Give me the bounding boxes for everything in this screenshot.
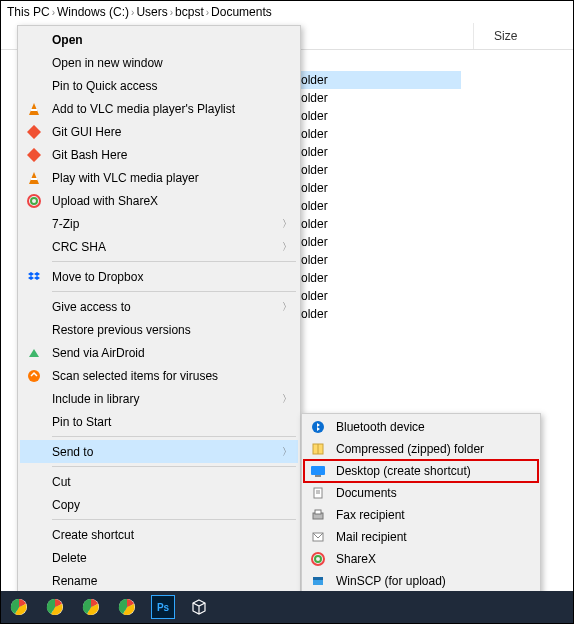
- sendto-mail[interactable]: Mail recipient: [304, 526, 538, 548]
- chrome-icon[interactable]: [79, 595, 103, 619]
- sendto-sharex[interactable]: ShareX: [304, 548, 538, 570]
- list-item[interactable]: older: [301, 107, 461, 125]
- menu-rename[interactable]: Rename: [20, 569, 298, 592]
- chrome-icon[interactable]: [43, 595, 67, 619]
- menu-label: Documents: [336, 486, 397, 500]
- chevron-right-icon: 〉: [282, 240, 292, 254]
- list-item[interactable]: older: [301, 125, 461, 143]
- menu-label: Add to VLC media player's Playlist: [52, 102, 292, 116]
- breadcrumb[interactable]: This PC› Windows (C:)› Users› bcpst› Doc…: [1, 1, 573, 23]
- svg-point-6: [28, 195, 40, 207]
- sendto-compressed[interactable]: Compressed (zipped) folder: [304, 438, 538, 460]
- list-item[interactable]: older: [301, 71, 461, 89]
- sendto-desktop[interactable]: Desktop (create shortcut): [304, 460, 538, 482]
- chrome-icon[interactable]: [115, 595, 139, 619]
- vlc-icon: [24, 101, 44, 117]
- chrome-icon[interactable]: [7, 595, 31, 619]
- menu-git-bash[interactable]: Git Bash Here: [20, 143, 298, 166]
- menu-label: Git Bash Here: [52, 148, 292, 162]
- chevron-right-icon: ›: [52, 7, 55, 18]
- svg-rect-22: [315, 510, 321, 514]
- menu-label: Fax recipient: [336, 508, 405, 522]
- sendto-winscp[interactable]: WinSCP (for upload): [304, 570, 538, 592]
- sendto-bluetooth[interactable]: Bluetooth device: [304, 416, 538, 438]
- menu-label: Compressed (zipped) folder: [336, 442, 484, 456]
- menu-label: Include in library: [52, 392, 282, 406]
- menu-label: CRC SHA: [52, 240, 282, 254]
- breadcrumb-item[interactable]: Windows (C:): [57, 5, 129, 19]
- svg-point-13: [312, 421, 324, 433]
- menu-label: Create shortcut: [52, 528, 292, 542]
- breadcrumb-item[interactable]: Users: [136, 5, 167, 19]
- svg-marker-8: [28, 272, 34, 276]
- airdroid-icon: [24, 345, 44, 361]
- sendto-fax[interactable]: Fax recipient: [304, 504, 538, 526]
- menu-pin-quick-access[interactable]: Pin to Quick access: [20, 74, 298, 97]
- send-to-submenu: Bluetooth device Compressed (zipped) fol…: [301, 413, 541, 617]
- chevron-right-icon: 〉: [282, 392, 292, 406]
- cube-icon[interactable]: [187, 595, 211, 619]
- menu-label: Send to: [52, 445, 282, 459]
- winscp-icon: [308, 573, 328, 589]
- chevron-right-icon: ›: [170, 7, 173, 18]
- menu-pin-start[interactable]: Pin to Start: [20, 410, 298, 433]
- menu-label: Upload with ShareX: [52, 194, 292, 208]
- separator: [52, 466, 296, 467]
- menu-label: Cut: [52, 475, 292, 489]
- vlc-icon: [24, 170, 44, 186]
- list-item[interactable]: older: [301, 161, 461, 179]
- list-item[interactable]: older: [301, 305, 461, 323]
- menu-open[interactable]: Open: [20, 28, 298, 51]
- menu-dropbox[interactable]: Move to Dropbox: [20, 265, 298, 288]
- menu-label: Bluetooth device: [336, 420, 425, 434]
- menu-label: Rename: [52, 574, 292, 588]
- separator: [52, 261, 296, 262]
- list-item[interactable]: older: [301, 233, 461, 251]
- menu-cut[interactable]: Cut: [20, 470, 298, 493]
- sendto-documents[interactable]: Documents: [304, 482, 538, 504]
- documents-icon: [308, 485, 328, 501]
- menu-restore-versions[interactable]: Restore previous versions: [20, 318, 298, 341]
- menu-give-access[interactable]: Give access to〉: [20, 295, 298, 318]
- list-item[interactable]: older: [301, 179, 461, 197]
- desktop-icon: [308, 463, 328, 479]
- breadcrumb-item[interactable]: Documents: [211, 5, 272, 19]
- svg-marker-11: [34, 276, 40, 280]
- menu-7zip[interactable]: 7-Zip〉: [20, 212, 298, 235]
- menu-open-new-window[interactable]: Open in new window: [20, 51, 298, 74]
- menu-send-to[interactable]: Send to〉: [20, 440, 298, 463]
- menu-delete[interactable]: Delete: [20, 546, 298, 569]
- mail-icon: [308, 529, 328, 545]
- menu-copy[interactable]: Copy: [20, 493, 298, 516]
- menu-label: Give access to: [52, 300, 282, 314]
- list-item[interactable]: older: [301, 197, 461, 215]
- svg-marker-10: [28, 276, 34, 280]
- menu-create-shortcut[interactable]: Create shortcut: [20, 523, 298, 546]
- menu-vlc-playlist[interactable]: Add to VLC media player's Playlist: [20, 97, 298, 120]
- avast-icon: [24, 368, 44, 384]
- breadcrumb-item[interactable]: bcpst: [175, 5, 204, 19]
- breadcrumb-item[interactable]: This PC: [7, 5, 50, 19]
- list-item[interactable]: older: [301, 251, 461, 269]
- list-item[interactable]: older: [301, 215, 461, 233]
- svg-point-24: [312, 553, 324, 565]
- column-size[interactable]: Size: [473, 23, 573, 49]
- svg-rect-16: [311, 466, 325, 475]
- list-item[interactable]: older: [301, 143, 461, 161]
- menu-label: Desktop (create shortcut): [336, 464, 471, 478]
- list-item[interactable]: older: [301, 269, 461, 287]
- dropbox-icon: [24, 269, 44, 285]
- list-item[interactable]: older: [301, 287, 461, 305]
- menu-sharex-upload[interactable]: Upload with ShareX: [20, 189, 298, 212]
- menu-crc-sha[interactable]: CRC SHA〉: [20, 235, 298, 258]
- menu-avast-scan[interactable]: Scan selected items for viruses: [20, 364, 298, 387]
- photoshop-icon[interactable]: Ps: [151, 595, 175, 619]
- menu-vlc-play[interactable]: Play with VLC media player: [20, 166, 298, 189]
- menu-include-library[interactable]: Include in library〉: [20, 387, 298, 410]
- menu-label: Mail recipient: [336, 530, 407, 544]
- menu-git-gui[interactable]: Git GUI Here: [20, 120, 298, 143]
- separator: [52, 519, 296, 520]
- menu-airdroid[interactable]: Send via AirDroid: [20, 341, 298, 364]
- taskbar: Ps: [1, 591, 573, 623]
- list-item[interactable]: older: [301, 89, 461, 107]
